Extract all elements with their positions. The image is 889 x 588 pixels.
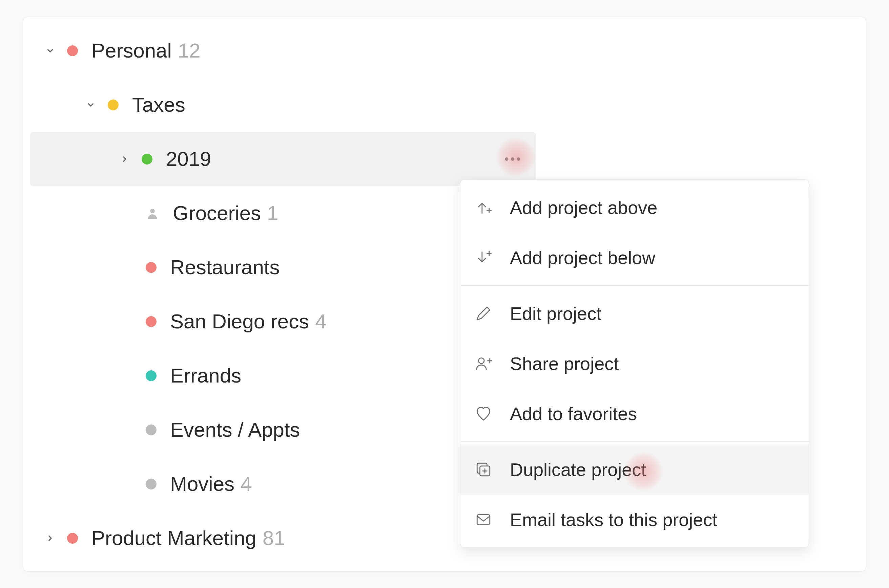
project-label: Taxes xyxy=(132,93,185,117)
menu-item-email-tasks-to-this-project[interactable]: Email tasks to this project xyxy=(460,495,809,544)
person-icon xyxy=(146,207,159,220)
menu-item-label: Email tasks to this project xyxy=(510,509,717,530)
duplicate-icon xyxy=(474,460,493,479)
project-label: Movies xyxy=(170,472,235,496)
app-card: Personal12Taxes2019Groceries1Restaurants… xyxy=(23,16,866,572)
sidebar-item-2019[interactable]: 2019 xyxy=(30,132,536,186)
menu-item-add-project-below[interactable]: Add project below xyxy=(460,232,809,283)
sidebar-item-personal[interactable]: Personal12 xyxy=(30,24,536,78)
project-color-dot xyxy=(108,99,119,110)
menu-separator xyxy=(460,285,809,286)
menu-item-label: Duplicate project xyxy=(510,459,646,480)
project-count: 1 xyxy=(267,201,278,225)
arrow-down-plus-icon xyxy=(474,248,493,267)
project-label: Restaurants xyxy=(170,256,280,279)
context-menu: Add project aboveAdd project belowEdit p… xyxy=(460,179,809,548)
svg-point-1 xyxy=(511,158,514,161)
menu-item-share-project[interactable]: Share project xyxy=(460,339,809,388)
project-color-dot xyxy=(146,262,156,273)
project-color-dot xyxy=(146,424,156,435)
menu-item-duplicate-project[interactable]: Duplicate project xyxy=(460,444,809,495)
person-plus-icon xyxy=(474,354,493,373)
menu-item-edit-project[interactable]: Edit project xyxy=(460,288,809,339)
project-count: 12 xyxy=(178,39,200,62)
menu-item-label: Add project above xyxy=(510,197,657,218)
pencil-icon xyxy=(474,304,493,323)
chevron-right-icon[interactable] xyxy=(44,531,57,545)
svg-point-2 xyxy=(517,158,520,161)
menu-item-label: Add project below xyxy=(510,247,655,268)
menu-item-label: Edit project xyxy=(510,303,602,324)
menu-item-add-to-favorites[interactable]: Add to favorites xyxy=(460,388,809,439)
heart-icon xyxy=(474,404,493,423)
svg-point-4 xyxy=(478,358,484,364)
project-label: Product Marketing xyxy=(92,526,256,550)
project-color-dot xyxy=(67,533,78,544)
project-color-dot xyxy=(146,370,156,381)
chevron-down-icon[interactable] xyxy=(84,98,98,112)
chevron-down-icon[interactable] xyxy=(44,44,57,57)
project-color-dot xyxy=(141,154,152,165)
menu-item-label: Share project xyxy=(510,353,619,374)
svg-point-3 xyxy=(150,208,155,213)
more-options-button[interactable] xyxy=(499,146,526,172)
project-color-dot xyxy=(67,45,78,56)
project-count: 4 xyxy=(315,310,326,333)
project-label: Events / Appts xyxy=(170,418,300,441)
menu-item-label: Add to favorites xyxy=(510,403,637,424)
sidebar-item-taxes[interactable]: Taxes xyxy=(30,78,536,132)
svg-point-0 xyxy=(505,158,508,161)
project-color-dot xyxy=(146,316,156,327)
chevron-right-icon[interactable] xyxy=(118,152,131,166)
arrow-up-plus-icon xyxy=(474,198,493,217)
project-color-dot xyxy=(146,478,156,489)
menu-item-add-project-above[interactable]: Add project above xyxy=(460,183,809,232)
menu-separator xyxy=(460,441,809,442)
envelope-icon xyxy=(474,510,493,529)
project-count: 81 xyxy=(263,526,285,550)
project-label: Personal xyxy=(92,39,172,62)
project-label: 2019 xyxy=(166,147,211,171)
svg-rect-6 xyxy=(477,514,490,524)
project-label: Errands xyxy=(170,364,241,387)
project-label: San Diego recs xyxy=(170,310,309,333)
project-count: 4 xyxy=(241,472,252,496)
project-label: Groceries xyxy=(173,201,261,225)
